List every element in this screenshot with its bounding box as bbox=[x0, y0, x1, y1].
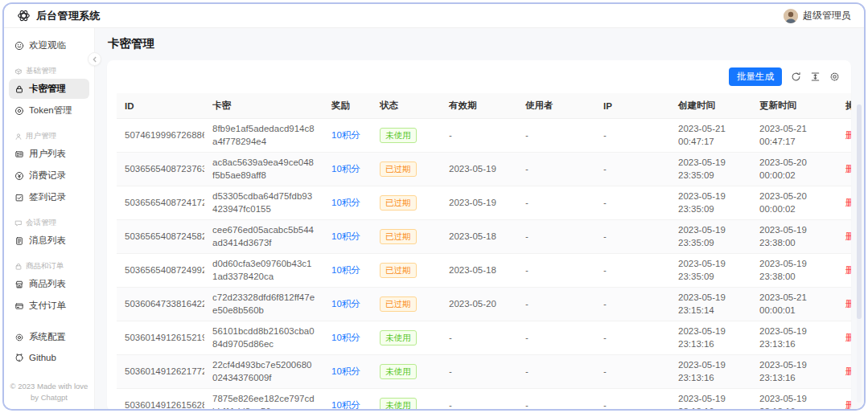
token-icon bbox=[14, 106, 24, 116]
column-header-1: 卡密 bbox=[204, 93, 323, 119]
sidebar-item-Token管理[interactable]: Token管理 bbox=[9, 100, 89, 121]
table-row: 5036014912621772822cf4d493bc7e5200680024… bbox=[117, 355, 851, 389]
reward-link[interactable]: 10积分 bbox=[331, 265, 360, 275]
sidebar-collapse-button[interactable] bbox=[88, 52, 101, 66]
main-content: 卡密管理 批量生成 ID卡密奖励状态有效期使用者IP创建时间更新时间操作 507… bbox=[95, 28, 864, 409]
cell-user-cell: - bbox=[517, 355, 595, 389]
sidebar-item-商品列表[interactable]: 商品列表 bbox=[9, 274, 89, 294]
cell-updated-cell: 2023-05-20 00:00:02 bbox=[751, 153, 837, 186]
column-header-3: 状态 bbox=[372, 93, 441, 119]
sidebar-item-消息列表[interactable]: 消息列表 bbox=[9, 231, 89, 251]
delete-link[interactable]: 删除 bbox=[845, 333, 851, 342]
box-icon bbox=[14, 67, 23, 76]
delete-link[interactable]: 删除 bbox=[845, 231, 851, 241]
cell-expiry-cell: 2023-05-19 bbox=[441, 153, 517, 186]
user-menu[interactable]: 超级管理员 bbox=[784, 9, 851, 23]
cell-created-cell: 2023-05-19 23:15:14 bbox=[670, 288, 751, 321]
delete-link[interactable]: 删除 bbox=[845, 130, 851, 140]
sidebar-item-用户列表[interactable]: 用户列表 bbox=[9, 144, 89, 164]
cell-expiry-cell: - bbox=[441, 355, 517, 389]
reward-link[interactable]: 10积分 bbox=[331, 400, 360, 409]
reward-link[interactable]: 10积分 bbox=[331, 333, 360, 342]
reload-icon bbox=[791, 72, 801, 82]
reward-link[interactable]: 10积分 bbox=[331, 164, 360, 174]
table-row: 5036014912615219256101bcdd8b21603cba084d… bbox=[117, 321, 851, 355]
page-title: 卡密管理 bbox=[108, 36, 851, 51]
cell-expiry-cell: - bbox=[441, 321, 517, 355]
cell-user-cell: - bbox=[517, 254, 595, 288]
sidebar-item-消费记录[interactable]: 消费记录 bbox=[9, 166, 89, 186]
sidebar-item-支付订单[interactable]: 支付订单 bbox=[9, 296, 89, 316]
cell-user-cell: - bbox=[517, 220, 595, 254]
batch-generate-button[interactable]: 批量生成 bbox=[729, 67, 782, 86]
table-row: 507461999672688648fb9e1af5adedacd914c8a4… bbox=[117, 119, 851, 153]
delete-link-cell: 删除 bbox=[837, 355, 851, 389]
cell-updated-cell: 2023-05-19 23:38:00 bbox=[751, 220, 837, 254]
sidebar-item-欢迎观临[interactable]: 欢迎观临 bbox=[9, 35, 89, 55]
reward-link[interactable]: 10积分 bbox=[331, 231, 360, 241]
reward-link[interactable]: 10积分 bbox=[331, 299, 360, 309]
delete-link[interactable]: 删除 bbox=[845, 265, 851, 275]
status-badge-cell: 已过期 bbox=[372, 220, 441, 254]
reward-link[interactable]: 10积分 bbox=[331, 130, 360, 140]
column-height-button[interactable] bbox=[810, 72, 821, 82]
reward-link[interactable]: 10积分 bbox=[331, 366, 360, 376]
delete-link[interactable]: 删除 bbox=[845, 366, 851, 376]
cell-user-cell: - bbox=[517, 288, 595, 321]
column-header-6: IP bbox=[595, 93, 670, 119]
table-header-row: ID卡密奖励状态有效期使用者IP创建时间更新时间操作 bbox=[117, 93, 851, 119]
delete-link-cell: 删除 bbox=[837, 153, 851, 186]
status-badge: 未使用 bbox=[380, 330, 417, 346]
setting-button[interactable] bbox=[829, 72, 840, 82]
cell-updated-cell: 2023-05-21 00:00:01 bbox=[751, 288, 837, 321]
cell-ip-cell: - bbox=[595, 153, 670, 186]
footer-line-1: © 2023 Made with love bbox=[4, 381, 94, 391]
cell-card-key-cell: 56101bcdd8b21603cba084d9705d86ec bbox=[204, 321, 323, 355]
cell-expiry-cell: 2023-05-18 bbox=[441, 220, 517, 254]
sidebar-item-签到记录[interactable]: 签到记录 bbox=[9, 187, 89, 207]
cell-expiry-cell: - bbox=[441, 389, 517, 409]
cart-icon bbox=[14, 263, 23, 271]
github-icon bbox=[14, 353, 24, 362]
cell-user-cell: - bbox=[517, 321, 595, 355]
delete-link-cell: 删除 bbox=[837, 321, 851, 355]
cell-id-cell: 50360149126156288 bbox=[117, 389, 204, 409]
cell-card-key-cell: ac8ac5639a9ea49ce048f5b5ae89aff8 bbox=[204, 153, 323, 186]
status-badge-cell: 未使用 bbox=[372, 389, 441, 409]
column-header-9: 操作 bbox=[837, 93, 851, 119]
sidebar-item-卡密管理[interactable]: 卡密管理 bbox=[9, 79, 89, 99]
status-badge-cell: 已过期 bbox=[372, 254, 441, 288]
scrollbar-thumb[interactable] bbox=[857, 104, 862, 319]
avatar bbox=[784, 9, 798, 23]
sidebar-item-系统配置[interactable]: 系统配置 bbox=[9, 327, 89, 347]
delete-link[interactable]: 删除 bbox=[845, 198, 851, 207]
column-header-2: 奖励 bbox=[323, 93, 372, 119]
cell-created-cell: 2023-05-19 23:35:09 bbox=[670, 153, 751, 186]
reward-link-cell: 10积分 bbox=[323, 321, 372, 355]
status-badge-cell: 已过期 bbox=[372, 288, 441, 321]
cell-updated-cell: 2023-05-19 23:13:16 bbox=[751, 321, 837, 355]
reward-link[interactable]: 10积分 bbox=[331, 198, 360, 207]
delete-link[interactable]: 删除 bbox=[845, 400, 851, 409]
status-badge-cell: 未使用 bbox=[372, 321, 441, 355]
delete-link[interactable]: 删除 bbox=[845, 164, 851, 174]
column-header-5: 使用者 bbox=[517, 93, 595, 119]
cell-updated-cell: 2023-05-21 00:47:17 bbox=[751, 119, 837, 153]
delete-link[interactable]: 删除 bbox=[845, 299, 851, 309]
sidebar-item-Github[interactable]: Github bbox=[9, 349, 89, 366]
table-row: 50360647338164224c72d23328dfd6f812ff47ee… bbox=[117, 288, 851, 321]
smile-icon bbox=[14, 41, 24, 51]
cell-updated-cell: 2023-05-19 23:38:00 bbox=[751, 254, 837, 288]
vertical-scrollbar[interactable] bbox=[857, 104, 862, 403]
reload-button[interactable] bbox=[791, 72, 801, 82]
sidebar-label: 商品和订单 bbox=[26, 261, 64, 272]
column-height-icon bbox=[810, 72, 821, 82]
status-badge: 已过期 bbox=[380, 296, 417, 312]
cell-expiry-cell: 2023-05-19 bbox=[441, 186, 517, 220]
card-key-table: ID卡密奖励状态有效期使用者IP创建时间更新时间操作 5074619996726… bbox=[117, 93, 851, 409]
column-header-4: 有效期 bbox=[441, 93, 517, 119]
status-badge: 未使用 bbox=[380, 364, 417, 379]
status-badge: 已过期 bbox=[380, 195, 417, 211]
sidebar-label: Github bbox=[29, 353, 56, 362]
sidebar-label: 会话管理 bbox=[26, 218, 56, 228]
